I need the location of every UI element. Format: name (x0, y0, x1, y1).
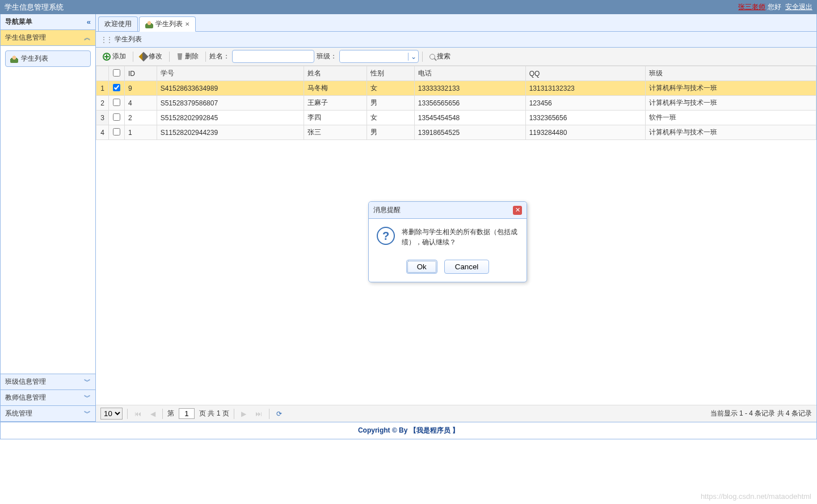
sn-cell: S41528633634989 (157, 81, 304, 96)
name-cell: 马冬梅 (304, 81, 367, 96)
pager: 10 ⏮ ◀ 第 页 共 1 页 ▶ ⏭ ⟳ 当前显示 1 - 4 条记录 共 … (96, 405, 816, 422)
chevron-down-icon[interactable]: ⌄ (408, 53, 418, 61)
tab-welcome[interactable]: 欢迎使用 (98, 16, 138, 31)
sidebar-title: 导航菜单 (5, 17, 32, 27)
tab-student-list[interactable]: 学生列表 ✕ (139, 16, 196, 32)
row-checkbox[interactable] (113, 128, 120, 135)
sidebar-item-student[interactable]: 学生信息管理 ︽ (1, 30, 95, 46)
separator (133, 52, 133, 62)
close-icon[interactable]: ✕ (513, 206, 522, 215)
ok-button[interactable]: Ok (406, 260, 437, 274)
toolbar: 添加 修改 删除 姓名： 班级： ⌄ 搜索 (96, 48, 816, 66)
chevron-down-icon: ︾ (84, 377, 91, 387)
class-input[interactable] (340, 50, 408, 62)
sidebar-item-label: 系统管理 (5, 409, 32, 418)
tel-cell: 13333332133 (414, 81, 525, 96)
qq-cell: 123456 (525, 96, 645, 111)
col-qq[interactable]: QQ (525, 66, 645, 81)
logout-link[interactable]: 安全退出 (785, 3, 812, 11)
cls-cell: 计算机科学与技术一班 (645, 96, 816, 111)
student-table: ID 学号 姓名 性别 电话 QQ 班级 19S41528633634989马冬… (96, 66, 816, 140)
sidebar-item-teacher[interactable]: 教师信息管理 ︾ (1, 390, 95, 406)
sn-cell: S11528202944239 (157, 125, 304, 140)
name-cell: 李四 (304, 111, 367, 125)
cancel-button[interactable]: Cancel (444, 260, 490, 274)
teacher-link[interactable]: 张三老师 (738, 3, 765, 11)
name-cell: 王麻子 (304, 96, 367, 111)
table-row[interactable]: 24S51528379586807王麻子男13356565656123456计算… (96, 96, 816, 111)
plus-icon (103, 53, 111, 61)
top-bar: 学生信息管理系统 张三老师 您好 安全退出 (0, 0, 817, 14)
separator (234, 409, 234, 419)
dialog-title-bar[interactable]: 消息提醒 ✕ (369, 202, 527, 219)
sex-cell: 女 (367, 111, 414, 125)
add-button[interactable]: 添加 (99, 50, 129, 63)
row-checkbox[interactable] (113, 84, 120, 91)
class-combo[interactable]: ⌄ (339, 50, 419, 63)
close-icon[interactable]: ✕ (185, 21, 189, 27)
sidebar-header: 导航菜单 « (1, 14, 95, 30)
table-row[interactable]: 41S11528202944239张三男13918654525119328448… (96, 125, 816, 140)
sidebar-item-class[interactable]: 班级信息管理 ︾ (1, 374, 95, 390)
nav-student-list[interactable]: 学生列表 (5, 50, 91, 67)
layout: 导航菜单 « 学生信息管理 ︽ 学生列表 班级信息管理 ︾ 教师信息管理 ︾ 系… (0, 14, 817, 422)
tel-cell: 13545454548 (414, 111, 525, 125)
tel-cell: 13918654525 (414, 125, 525, 140)
name-input[interactable] (232, 50, 314, 63)
user-icon (145, 20, 153, 28)
grip-icon: ⋮⋮ (100, 36, 112, 44)
col-name[interactable]: 姓名 (304, 66, 367, 81)
qq-cell: 1332365656 (525, 111, 645, 125)
edit-button[interactable]: 修改 (137, 50, 166, 63)
confirm-dialog: 消息提醒 ✕ ? 将删除与学生相关的所有数据（包括成绩），确认继续？ Ok Ca… (368, 201, 527, 282)
tab-label: 学生列表 (155, 19, 183, 29)
page-input[interactable] (179, 408, 195, 419)
row-checkbox[interactable] (113, 99, 120, 106)
table-row[interactable]: 32S51528202992845李四女13545454548133236565… (96, 111, 816, 125)
col-id[interactable]: ID (125, 66, 157, 81)
check-all[interactable] (113, 69, 120, 77)
qq-cell: 131313132323 (525, 81, 645, 96)
search-label: 搜索 (437, 52, 450, 61)
pencil-icon (139, 52, 149, 61)
page-suffix: 页 共 1 页 (199, 409, 229, 418)
name-cell: 张三 (304, 125, 367, 140)
col-sn[interactable]: 学号 (157, 66, 304, 81)
col-cls[interactable]: 班级 (645, 66, 816, 81)
sn-cell: S51528379586807 (157, 96, 304, 111)
tabs: 欢迎使用 学生列表 ✕ (96, 14, 816, 32)
separator (205, 52, 206, 62)
sidebar-body: 学生列表 (1, 46, 95, 374)
pager-info: 当前显示 1 - 4 条记录 共 4 条记录 (710, 409, 812, 418)
separator (269, 409, 269, 419)
search-icon (429, 54, 435, 60)
dialog-body: ? 将删除与学生相关的所有数据（包括成绩），确认继续？ (369, 219, 527, 255)
col-tel[interactable]: 电话 (414, 66, 525, 81)
first-page-button[interactable]: ⏮ (132, 409, 144, 419)
sidebar-item-system[interactable]: 系统管理 ︾ (1, 406, 95, 422)
collapse-icon[interactable]: « (87, 18, 91, 26)
cls-cell: 软件一班 (645, 111, 816, 125)
refresh-button[interactable]: ⟳ (274, 409, 284, 419)
rownum-cell: 1 (96, 81, 109, 96)
delete-label: 删除 (185, 52, 199, 61)
check-cell (109, 81, 125, 96)
nav-link-label: 学生列表 (21, 54, 48, 63)
edit-label: 修改 (149, 52, 162, 61)
name-label: 姓名： (209, 52, 230, 61)
delete-button[interactable]: 删除 (173, 50, 202, 63)
id-cell: 9 (125, 81, 157, 96)
last-page-button[interactable]: ⏭ (253, 409, 264, 419)
chevron-up-icon: ︽ (84, 33, 91, 43)
page-size-select[interactable]: 10 (100, 408, 123, 420)
footer: Copyright © By 【我是程序员 】 (0, 422, 817, 439)
col-sex[interactable]: 性别 (367, 66, 414, 81)
row-checkbox[interactable] (113, 113, 120, 121)
panel-title: ⋮⋮ 学生列表 (96, 32, 816, 48)
prev-page-button[interactable]: ◀ (148, 409, 158, 419)
trash-icon (176, 53, 183, 60)
table-row[interactable]: 19S41528633634989马冬梅女1333333213313131313… (96, 81, 816, 96)
greeting-text: 您好 (768, 3, 781, 11)
search-button[interactable]: 搜索 (426, 50, 454, 63)
next-page-button[interactable]: ▶ (239, 409, 249, 419)
